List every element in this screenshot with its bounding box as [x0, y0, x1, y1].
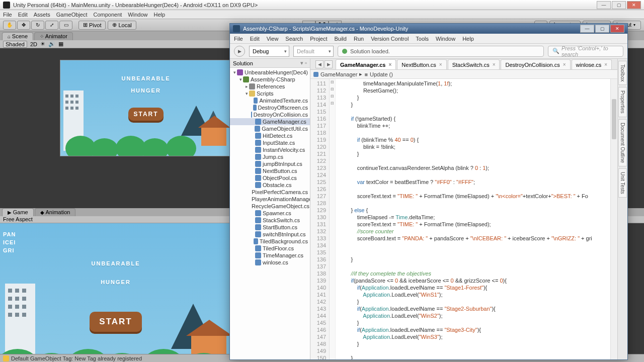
menu-tools[interactable]: Tools — [416, 36, 429, 42]
tree-item[interactable]: ObjectPool.cs — [230, 174, 310, 182]
tree-item[interactable]: Jump.cs — [230, 153, 310, 160]
nav-back-icon[interactable]: ◀ — [315, 60, 324, 68]
tree-item[interactable]: TimeManager.cs — [230, 252, 310, 259]
fx-toggle-icon[interactable]: ▦ — [58, 41, 63, 47]
tree-item[interactable]: winlose.cs — [230, 259, 310, 266]
menu-help[interactable]: Help — [153, 12, 165, 18]
aspect-dropdown[interactable]: Free Aspect — [3, 216, 33, 222]
config-dropdown[interactable]: Debug — [249, 46, 289, 57]
editor-tab[interactable]: StackSwitch.cs× — [448, 59, 500, 69]
menu-build[interactable]: Build — [334, 36, 346, 42]
side-tab-unit-tests[interactable]: Unit Tests — [618, 168, 627, 198]
menu-window[interactable]: Window — [128, 12, 147, 18]
menu-search[interactable]: Search — [285, 36, 303, 42]
rect-tool-icon[interactable]: ▭ — [59, 21, 72, 30]
code-editor[interactable]: 111 112 113 114 115 116 117 118 119 120 … — [310, 79, 617, 359]
shading-dropdown[interactable]: Shaded — [3, 41, 27, 48]
menu-help[interactable]: Help — [462, 36, 474, 42]
tree-item[interactable]: RecycleGameObject.cs — [230, 203, 310, 210]
menu-version-control[interactable]: Version Control — [371, 36, 409, 42]
menu-gameobject[interactable]: GameObject — [56, 12, 88, 18]
close-tab-icon[interactable]: × — [493, 62, 496, 67]
tree-item[interactable]: Spawner.cs — [230, 210, 310, 217]
close-button[interactable]: ✕ — [627, 1, 641, 9]
tree-item[interactable]: ▾UnbearableHunger(Dec4) — [230, 69, 310, 76]
editor-tab[interactable]: GameManager.cs× — [336, 59, 396, 69]
tree-item[interactable]: PlayerAnimationManager.c — [230, 196, 310, 203]
menu-project[interactable]: Project — [310, 36, 327, 42]
menu-component[interactable]: Component — [93, 12, 122, 18]
menu-edit[interactable]: Edit — [18, 12, 28, 18]
start-button[interactable]: START — [128, 108, 164, 121]
scrollbar-thumb[interactable] — [612, 99, 616, 139]
menu-run[interactable]: Run — [354, 36, 364, 42]
run-button-icon[interactable]: ▶ — [234, 46, 245, 57]
audio-toggle-icon[interactable]: 🔊 — [48, 41, 55, 47]
vertical-scrollbar[interactable] — [610, 79, 617, 359]
mono-close-button[interactable]: ✕ — [610, 25, 624, 33]
side-tab-properties[interactable]: Properties — [618, 87, 627, 117]
tree-item[interactable]: StartButton.cs — [230, 224, 310, 231]
tree-item[interactable]: GameObjectUtil.cs — [230, 125, 310, 132]
tree-item[interactable]: NextButton.cs — [230, 167, 310, 174]
nav-fwd-icon[interactable]: ▶ — [325, 60, 333, 68]
tree-item[interactable]: DestroyOffscreen.cs — [230, 104, 310, 111]
tree-item[interactable]: PixelPerfectCamera.cs — [230, 189, 310, 196]
tree-item[interactable]: AnimatedTexture.cs — [230, 97, 310, 104]
local-toggle[interactable]: ⊕Local — [108, 21, 136, 30]
editor-tab[interactable]: DestroyOnCollision.cs× — [501, 59, 570, 69]
tree-item[interactable]: ▸References — [230, 83, 310, 90]
code-content[interactable]: timeManager.ManipulateTime(1, 1f); Reset… — [336, 79, 617, 359]
tree-item[interactable]: Obstacle.cs — [230, 182, 310, 189]
mono-titlebar[interactable]: Assembly-CSharp - Scripts\GameManager.cs… — [230, 24, 627, 34]
search-input[interactable]: 🔍 Press 'Control+,' to search — [548, 46, 623, 57]
tab-animator[interactable]: ⁘ Animator — [34, 32, 73, 40]
menu-file[interactable]: File — [234, 36, 243, 42]
tree-item[interactable]: InstantVelocity.cs — [230, 146, 310, 153]
hand-tool-icon[interactable]: ✋ — [3, 21, 16, 30]
close-tab-icon[interactable]: × — [389, 62, 392, 67]
tab-scene[interactable]: ⌂ Scene — [2, 32, 33, 40]
tree-item[interactable]: switchBtnInput.cs — [230, 231, 310, 238]
target-dropdown[interactable]: Default — [293, 46, 334, 57]
tree-item[interactable]: ▾Scripts — [230, 90, 310, 97]
close-tab-icon[interactable]: × — [604, 62, 607, 67]
move-tool-icon[interactable]: ✥ — [17, 21, 30, 30]
menu-window[interactable]: Window — [436, 36, 455, 42]
start-button-large[interactable]: START — [90, 312, 142, 332]
minimize-button[interactable]: — — [597, 1, 611, 9]
menu-file[interactable]: File — [3, 12, 12, 18]
editor-tab[interactable]: NextButton.cs× — [397, 59, 446, 69]
tree-item[interactable]: TiledFloor.cs — [230, 245, 310, 252]
tree-item[interactable]: jumpBtnInput.cs — [230, 160, 310, 167]
tree-item[interactable]: TiledBackground.cs — [230, 238, 310, 245]
tree-item[interactable]: InputState.cs — [230, 139, 310, 146]
side-tab-document-outline[interactable]: Document Outline — [618, 119, 627, 166]
light-toggle-icon[interactable]: ☀ — [40, 41, 45, 47]
solution-tree[interactable]: ▾UnbearableHunger(Dec4)▾Assembly-CSharp▸… — [230, 68, 310, 359]
close-tab-icon[interactable]: × — [563, 62, 566, 67]
close-tab-icon[interactable]: × — [439, 62, 442, 67]
menu-edit[interactable]: Edit — [250, 36, 260, 42]
menu-view[interactable]: View — [267, 36, 279, 42]
fold-gutter[interactable]: ⊟ ⊟ ⊟ ⊟ — [330, 79, 336, 359]
tree-item[interactable]: StackSwitch.cs — [230, 217, 310, 224]
scale-tool-icon[interactable]: ⤢ — [45, 21, 58, 30]
mono-minimize-button[interactable]: — — [580, 25, 594, 33]
editor-tab[interactable]: winlose.cs× — [572, 59, 612, 69]
tree-item[interactable]: DestroyOnCollision.cs — [230, 111, 310, 118]
tree-item[interactable]: GameManager.cs — [230, 118, 310, 125]
breadcrumb[interactable]: GameManager ▸ ■ Update () — [310, 70, 617, 79]
rotate-tool-icon[interactable]: ↻ — [31, 21, 44, 30]
tree-item[interactable]: ▾Assembly-CSharp — [230, 76, 310, 83]
panel-options-icon[interactable]: ▾ ▫ — [300, 60, 307, 66]
menu-assets[interactable]: Assets — [34, 12, 50, 18]
tab-game[interactable]: ▶ Game — [2, 208, 34, 216]
maximize-button[interactable]: ▢ — [612, 1, 626, 9]
tree-item[interactable]: HitDetect.cs — [230, 132, 310, 139]
2d-toggle[interactable]: 2D — [30, 41, 37, 47]
mono-maximize-button[interactable]: ▢ — [595, 25, 609, 33]
side-tab-toolbox[interactable]: Toolbox — [618, 61, 627, 85]
tab-animation[interactable]: ◆ Animation — [35, 208, 76, 216]
pivot-toggle[interactable]: ⊞Pivot — [78, 21, 106, 30]
